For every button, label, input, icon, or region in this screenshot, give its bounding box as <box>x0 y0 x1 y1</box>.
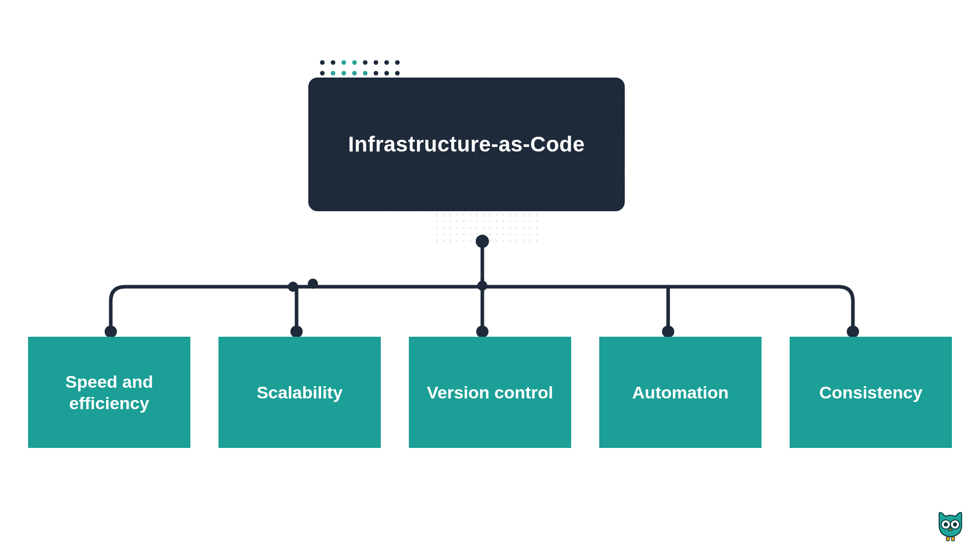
child-node-speed-efficiency: Speed and efficiency <box>28 337 190 448</box>
svg-point-1 <box>477 281 487 291</box>
svg-point-8 <box>847 325 859 338</box>
svg-point-3 <box>288 282 298 292</box>
svg-point-5 <box>290 325 303 338</box>
svg-rect-14 <box>951 537 954 541</box>
svg-point-11 <box>944 522 948 527</box>
svg-point-2 <box>308 279 318 289</box>
svg-point-12 <box>953 522 957 527</box>
svg-point-4 <box>105 325 117 338</box>
child-node-automation: Automation <box>599 337 762 448</box>
svg-point-6 <box>476 325 488 338</box>
child-label: Consistency <box>819 382 922 404</box>
svg-point-7 <box>662 325 674 338</box>
child-label: Scalability <box>257 382 342 404</box>
child-label: Speed and efficiency <box>38 371 180 414</box>
child-node-version-control: Version control <box>409 337 571 448</box>
child-node-scalability: Scalability <box>218 337 381 448</box>
child-label: Automation <box>632 382 729 404</box>
child-label: Version control <box>427 382 553 404</box>
child-node-consistency: Consistency <box>790 337 952 448</box>
svg-rect-13 <box>946 537 949 541</box>
children-row: Speed and efficiency Scalability Version… <box>28 337 952 448</box>
root-label: Infrastructure-as-Code <box>348 132 585 157</box>
owl-logo-icon <box>936 511 965 543</box>
diagram-canvas: Infrastructure-as-Code Sp <box>0 0 980 551</box>
root-node: Infrastructure-as-Code <box>308 78 625 211</box>
